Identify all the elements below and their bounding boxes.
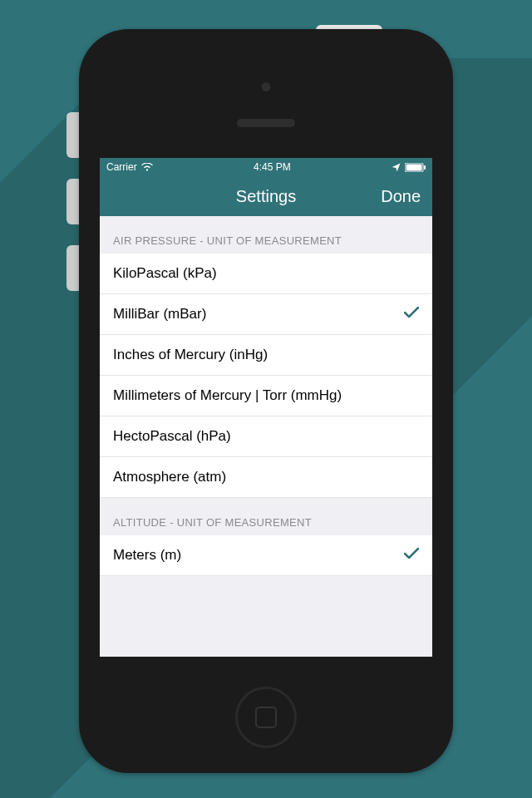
row-label: MilliBar (mBar) xyxy=(113,306,206,323)
checkmark-icon xyxy=(404,306,419,323)
row-meters[interactable]: Meters (m) xyxy=(100,535,432,576)
nav-bar: Settings Done xyxy=(100,176,432,216)
row-label: KiloPascal (kPa) xyxy=(113,265,217,282)
row-mmhg[interactable]: Millimeters of Mercury | Torr (mmHg) xyxy=(100,376,432,416)
wifi-icon xyxy=(141,163,153,171)
row-label: Meters (m) xyxy=(113,547,181,564)
screen: Carrier 4:45 PM Settings Done AIR PRESSU… xyxy=(100,158,432,657)
checkmark-icon xyxy=(404,547,419,564)
row-label: Atmosphere (atm) xyxy=(113,469,226,485)
home-button[interactable] xyxy=(235,687,297,748)
row-label: Inches of Mercury (inHg) xyxy=(113,347,268,363)
row-kpa[interactable]: KiloPascal (kPa) xyxy=(100,254,432,294)
row-hpa[interactable]: HectoPascal (hPa) xyxy=(100,416,432,457)
row-label: Millimeters of Mercury | Torr (mmHg) xyxy=(113,387,342,404)
status-bar: Carrier 4:45 PM xyxy=(100,158,432,176)
battery-icon xyxy=(405,163,426,172)
phone-speaker xyxy=(237,119,295,127)
row-inhg[interactable]: Inches of Mercury (inHg) xyxy=(100,335,432,376)
location-icon xyxy=(392,163,401,172)
done-button[interactable]: Done xyxy=(381,187,421,206)
status-time: 4:45 PM xyxy=(254,161,291,173)
row-mbar[interactable]: MilliBar (mBar) xyxy=(100,294,432,335)
page-title: Settings xyxy=(236,187,296,206)
row-label: HectoPascal (hPa) xyxy=(113,428,231,445)
phone-frame: Carrier 4:45 PM Settings Done AIR PRESSU… xyxy=(79,29,453,773)
svg-rect-2 xyxy=(424,165,426,170)
phone-camera xyxy=(262,82,271,91)
carrier-label: Carrier xyxy=(106,161,137,173)
svg-rect-1 xyxy=(406,164,422,170)
section-header-pressure: AIR PRESSURE - UNIT OF MEASUREMENT xyxy=(100,216,432,254)
section-header-altitude: ALTITUDE - UNIT OF MEASUREMENT xyxy=(100,498,432,535)
row-atm[interactable]: Atmosphere (atm) xyxy=(100,457,432,498)
